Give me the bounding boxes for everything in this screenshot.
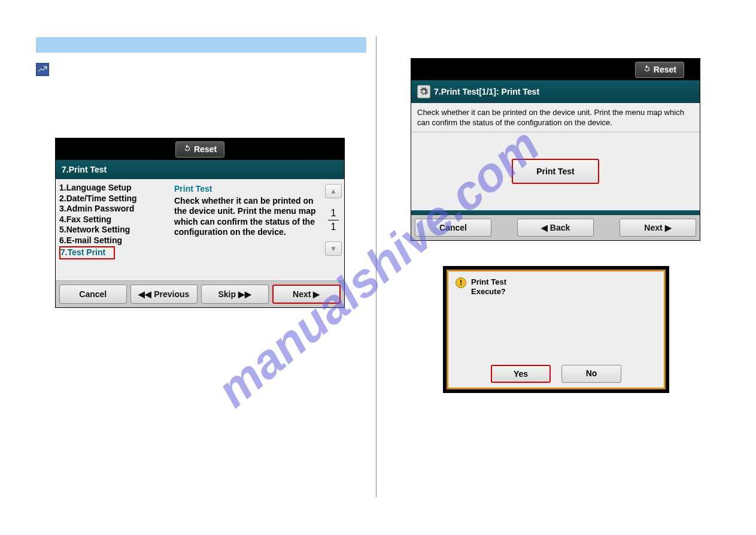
screenshot1-header: 7.Print Test bbox=[56, 160, 344, 179]
skip-button[interactable]: Skip▶▶ bbox=[201, 285, 269, 304]
menu-item-email[interactable]: 6.E-mail Setting bbox=[59, 235, 166, 246]
description-body: Check whether it can be printed on the d… bbox=[174, 196, 318, 238]
scroll-down-button[interactable]: ▼ bbox=[325, 241, 342, 256]
confirm-dialog: ! Print Test Execute? Yes No bbox=[447, 270, 666, 389]
chevron-left-icon: ◀ bbox=[541, 223, 548, 232]
menu-item-datetime[interactable]: 2.Date/Time Setting bbox=[59, 194, 166, 204]
chevron-right-icon: ▶ bbox=[313, 289, 320, 299]
yes-button[interactable]: Yes bbox=[491, 365, 551, 383]
reset-label: Reset bbox=[194, 144, 217, 154]
instruction-text: Check whether it can be printed on the d… bbox=[411, 103, 700, 132]
screenshot2-topbar: Reset bbox=[411, 59, 700, 80]
wizard-menu-list: 1.Language Setup 2.Date/Time Setting 3.A… bbox=[56, 179, 169, 280]
chevron-right-double-icon: ▶▶ bbox=[238, 289, 251, 299]
previous-button[interactable]: ◀◀Previous bbox=[130, 285, 198, 304]
description-title: Print Test bbox=[174, 184, 318, 195]
menu-item-fax[interactable]: 4.Fax Setting bbox=[59, 214, 166, 225]
print-test-button[interactable]: Print Test bbox=[512, 159, 599, 184]
page-total: 1 bbox=[328, 222, 339, 232]
menu-item-test-print[interactable]: 7.Test Print bbox=[59, 246, 115, 259]
screenshot2-navbar: Cancel ◀Back Next▶ bbox=[411, 215, 700, 240]
reset-label: Reset bbox=[654, 65, 676, 74]
column-divider bbox=[376, 36, 377, 497]
back-button[interactable]: ◀Back bbox=[517, 219, 594, 237]
gear-icon bbox=[417, 85, 430, 98]
page-scroll-column: ▲ 1 1 ▼ bbox=[323, 179, 344, 280]
page-current: 1 bbox=[328, 208, 339, 219]
screenshot-print-test-menu: Reset 7.Print Test 1.Language Setup 2.Da… bbox=[55, 138, 345, 308]
description-pane: Print Test Check whether it can be print… bbox=[169, 179, 323, 280]
no-button[interactable]: No bbox=[561, 365, 621, 383]
cancel-button-2[interactable]: Cancel bbox=[415, 219, 491, 237]
dialog-message: Execute? bbox=[471, 287, 506, 297]
info-icon: ! bbox=[456, 277, 466, 288]
blue-highlight-bar bbox=[36, 37, 366, 53]
next-button-2[interactable]: Next▶ bbox=[620, 219, 696, 237]
screenshot1-navbar: Cancel ◀◀Previous Skip▶▶ Next▶ bbox=[56, 281, 344, 307]
menu-item-admin-pw[interactable]: 3.Admin Password bbox=[59, 204, 166, 214]
reset-button[interactable]: Reset bbox=[175, 141, 224, 158]
menu-item-network[interactable]: 5.Network Setting bbox=[59, 225, 166, 235]
page-indicator: 1 1 bbox=[328, 208, 339, 232]
menu-item-language[interactable]: 1.Language Setup bbox=[59, 183, 166, 194]
chevron-right-icon: ▶ bbox=[665, 223, 672, 232]
reset-icon bbox=[183, 144, 192, 155]
screenshot1-header-text: 7.Print Test bbox=[62, 165, 107, 174]
scroll-up-button[interactable]: ▲ bbox=[325, 184, 342, 198]
dialog-title: Print Test bbox=[471, 277, 506, 287]
note-icon bbox=[36, 63, 49, 76]
screenshot2-header: 7.Print Test[1/1]: Print Test bbox=[411, 80, 700, 103]
reset-icon bbox=[643, 65, 651, 75]
dialog-button-row: Yes No bbox=[448, 365, 664, 383]
screenshot1-topbar: Reset bbox=[56, 138, 344, 160]
reset-button-2[interactable]: Reset bbox=[635, 62, 684, 78]
next-button[interactable]: Next▶ bbox=[272, 285, 341, 304]
chevron-left-double-icon: ◀◀ bbox=[138, 289, 151, 299]
cancel-button[interactable]: Cancel bbox=[59, 285, 127, 304]
teal-strip bbox=[411, 210, 700, 215]
screenshot-print-test-action: Reset 7.Print Test[1/1]: Print Test Chec… bbox=[411, 58, 700, 241]
screenshot-confirm-dialog: ! Print Test Execute? Yes No bbox=[443, 266, 669, 393]
screenshot2-header-text: 7.Print Test[1/1]: Print Test bbox=[434, 87, 539, 96]
